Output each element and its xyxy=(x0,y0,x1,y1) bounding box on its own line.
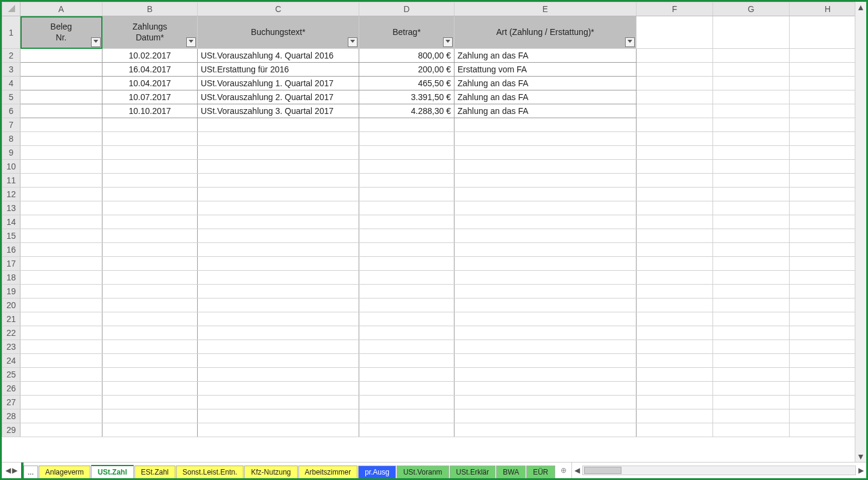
cell-H3[interactable] xyxy=(790,63,855,77)
cell-E16[interactable] xyxy=(454,243,637,257)
sheet-tab-sonst-leist-entn-[interactable]: Sonst.Leist.Entn. xyxy=(176,466,244,478)
cell-H12[interactable] xyxy=(790,188,855,201)
cell-A23[interactable] xyxy=(20,340,102,354)
cell-E20[interactable] xyxy=(454,298,637,312)
row-header-9[interactable]: 9 xyxy=(2,146,20,160)
cell-H1[interactable] xyxy=(790,16,855,49)
cell-A10[interactable] xyxy=(20,160,102,174)
cell-E1[interactable]: Art (Zahlung / Erstattung)* xyxy=(454,16,637,49)
cell-D1[interactable]: Betrag* xyxy=(359,16,454,49)
cell-A14[interactable] xyxy=(20,215,102,229)
row-header-1[interactable]: 1 xyxy=(2,16,20,49)
cell-E29[interactable] xyxy=(454,423,637,437)
cell-B9[interactable] xyxy=(102,146,198,160)
cell-G27[interactable] xyxy=(713,396,790,409)
cell-B27[interactable] xyxy=(102,396,198,409)
cell-F25[interactable] xyxy=(637,368,713,382)
cell-D21[interactable] xyxy=(359,312,454,326)
cell-H6[interactable] xyxy=(790,104,855,118)
cell-B2[interactable]: 10.02.2017 xyxy=(102,49,198,63)
cell-D20[interactable] xyxy=(359,298,454,312)
cell-D16[interactable] xyxy=(359,243,454,257)
select-all-corner[interactable] xyxy=(2,2,20,16)
cell-F29[interactable] xyxy=(637,423,713,437)
cell-E6[interactable]: Zahlung an das FA xyxy=(454,104,637,118)
col-header-C[interactable]: C xyxy=(198,2,359,16)
cell-F20[interactable] xyxy=(637,298,713,312)
row-header-23[interactable]: 23 xyxy=(2,340,20,354)
sheet-tab-est-zahl[interactable]: ESt.Zahl xyxy=(134,466,175,478)
cell-H13[interactable] xyxy=(790,201,855,215)
cell-A21[interactable] xyxy=(20,312,102,326)
filter-A-icon[interactable] xyxy=(91,37,101,47)
cell-B19[interactable] xyxy=(102,285,198,298)
cell-H23[interactable] xyxy=(790,340,855,354)
cell-F28[interactable] xyxy=(637,409,713,423)
cell-E26[interactable] xyxy=(454,382,637,396)
cell-G2[interactable] xyxy=(713,49,790,63)
cell-A11[interactable] xyxy=(20,174,102,188)
cell-F21[interactable] xyxy=(637,312,713,326)
cell-F1[interactable] xyxy=(637,16,713,49)
cell-B3[interactable]: 16.04.2017 xyxy=(102,63,198,77)
cell-H14[interactable] xyxy=(790,215,855,229)
cell-E4[interactable]: Zahlung an das FA xyxy=(454,77,637,90)
cell-E24[interactable] xyxy=(454,354,637,368)
sheet-tab--[interactable]: ... xyxy=(24,466,38,478)
cell-C26[interactable] xyxy=(198,382,359,396)
cell-G3[interactable] xyxy=(713,63,790,77)
cell-F5[interactable] xyxy=(637,90,713,104)
cell-E28[interactable] xyxy=(454,409,637,423)
cell-C4[interactable]: USt.Vorauszahlung 1. Quartal 2017 xyxy=(198,77,359,90)
cell-G12[interactable] xyxy=(713,188,790,201)
cell-D26[interactable] xyxy=(359,382,454,396)
cell-F27[interactable] xyxy=(637,396,713,409)
cell-F23[interactable] xyxy=(637,340,713,354)
row-header-8[interactable]: 8 xyxy=(2,132,20,146)
cell-C18[interactable] xyxy=(198,271,359,285)
cell-E8[interactable] xyxy=(454,132,637,146)
filter-E-icon[interactable] xyxy=(625,37,635,47)
add-sheet-button[interactable]: ⊕ xyxy=(556,463,571,478)
cell-E18[interactable] xyxy=(454,271,637,285)
cell-C28[interactable] xyxy=(198,409,359,423)
horizontal-scrollbar[interactable]: ◀ ▶ xyxy=(571,463,866,478)
cell-H8[interactable] xyxy=(790,132,855,146)
cell-C17[interactable] xyxy=(198,257,359,271)
cell-C13[interactable] xyxy=(198,201,359,215)
cell-D7[interactable] xyxy=(359,118,454,132)
cell-C9[interactable] xyxy=(198,146,359,160)
cell-E25[interactable] xyxy=(454,368,637,382)
cell-A19[interactable] xyxy=(20,285,102,298)
cell-A13[interactable] xyxy=(20,201,102,215)
cell-F7[interactable] xyxy=(637,118,713,132)
row-header-28[interactable]: 28 xyxy=(2,409,20,423)
cell-G22[interactable] xyxy=(713,326,790,340)
cell-G11[interactable] xyxy=(713,174,790,188)
cell-D2[interactable]: 800,00 € xyxy=(359,49,454,63)
cell-G24[interactable] xyxy=(713,354,790,368)
cell-G13[interactable] xyxy=(713,201,790,215)
cell-F16[interactable] xyxy=(637,243,713,257)
cell-H28[interactable] xyxy=(790,409,855,423)
cell-F9[interactable] xyxy=(637,146,713,160)
cell-E27[interactable] xyxy=(454,396,637,409)
cell-C11[interactable] xyxy=(198,174,359,188)
cell-B10[interactable] xyxy=(102,160,198,174)
cell-C8[interactable] xyxy=(198,132,359,146)
hscroll-thumb[interactable] xyxy=(584,467,621,474)
cell-D12[interactable] xyxy=(359,188,454,201)
cell-H29[interactable] xyxy=(790,423,855,437)
cell-A24[interactable] xyxy=(20,354,102,368)
cell-G20[interactable] xyxy=(713,298,790,312)
row-header-4[interactable]: 4 xyxy=(2,77,20,90)
cell-G5[interactable] xyxy=(713,90,790,104)
cell-C5[interactable]: USt.Vorauszahlung 2. Quartal 2017 xyxy=(198,90,359,104)
hscroll-track[interactable] xyxy=(582,466,856,475)
cell-G15[interactable] xyxy=(713,229,790,243)
cell-B1[interactable]: Zahlungs Datum* xyxy=(102,16,198,49)
cell-A25[interactable] xyxy=(20,368,102,382)
cell-G26[interactable] xyxy=(713,382,790,396)
hscroll-right-icon[interactable]: ▶ xyxy=(858,466,864,475)
cell-B4[interactable]: 10.04.2017 xyxy=(102,77,198,90)
